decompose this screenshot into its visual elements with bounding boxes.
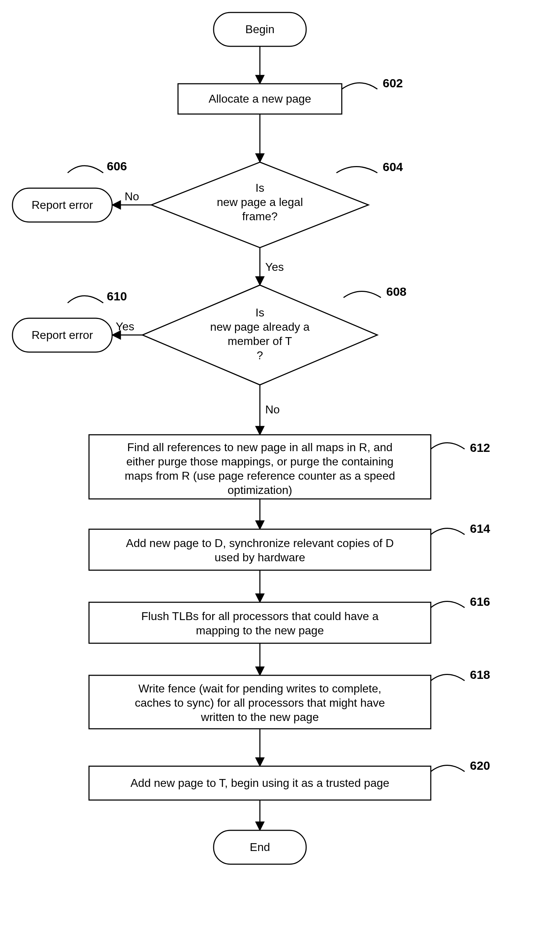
callout-620 <box>431 765 465 772</box>
edge-608-yes: Yes <box>116 320 134 333</box>
process-618-l2: caches to sync) for all processors that … <box>135 696 385 709</box>
label-606: 606 <box>107 159 127 173</box>
callout-608 <box>343 292 381 298</box>
process-616-l1: Flush TLBs for all processors that could… <box>142 610 379 623</box>
decision-608-l2: new page already a <box>210 320 310 333</box>
process-614-l2: used by hardware <box>215 551 305 564</box>
callout-616 <box>431 602 465 608</box>
process-618-l3: written to the new page <box>201 711 319 724</box>
process-616-l2: mapping to the new page <box>196 624 324 637</box>
callout-602 <box>342 83 377 89</box>
terminal-610-text: Report error <box>32 329 93 341</box>
label-612: 612 <box>470 441 490 454</box>
label-608: 608 <box>386 285 406 298</box>
callout-618 <box>431 674 465 681</box>
decision-608-l1: Is <box>255 306 265 319</box>
process-612-l1: Find all references to new page in all m… <box>127 441 392 454</box>
process-614 <box>89 529 431 570</box>
label-620: 620 <box>470 759 490 772</box>
label-614: 614 <box>470 522 490 535</box>
process-614-l1: Add new page to D, synchronize relevant … <box>126 537 394 549</box>
edge-604-no: No <box>125 190 139 203</box>
label-604: 604 <box>383 160 403 174</box>
edge-608-no: No <box>265 403 280 416</box>
decision-608-l4: ? <box>257 349 263 362</box>
label-602: 602 <box>383 76 403 90</box>
process-618-l1: Write fence (wait for pending writes to … <box>138 682 381 695</box>
edge-604-yes: Yes <box>265 261 284 273</box>
callout-610 <box>68 296 103 303</box>
callout-606 <box>68 166 103 173</box>
callout-612 <box>431 443 465 449</box>
decision-604-l1: Is <box>255 181 265 194</box>
decision-604-l2: new page a legal <box>217 196 303 208</box>
label-618: 618 <box>470 668 490 681</box>
process-602-text: Allocate a new page <box>209 92 311 105</box>
callout-604 <box>337 167 377 173</box>
process-612-l3: maps from R (use page reference counter … <box>125 469 395 482</box>
decision-608-l3: member of T <box>228 335 292 347</box>
label-616: 616 <box>470 595 490 608</box>
process-620-text: Add new page to T, begin using it as a t… <box>130 776 389 789</box>
label-610: 610 <box>107 289 127 303</box>
process-612-l2: either purge those mappings, or purge th… <box>126 455 394 468</box>
process-612-l4: optimization) <box>228 484 292 497</box>
callout-614 <box>431 528 465 535</box>
terminal-end-label: End <box>250 841 270 853</box>
terminal-606-text: Report error <box>32 199 93 211</box>
process-616 <box>89 602 431 643</box>
terminal-begin-label: Begin <box>245 23 274 35</box>
flowchart: Begin Allocate a new page 602 Is new pag… <box>0 0 560 949</box>
decision-604-l3: frame? <box>242 210 278 223</box>
